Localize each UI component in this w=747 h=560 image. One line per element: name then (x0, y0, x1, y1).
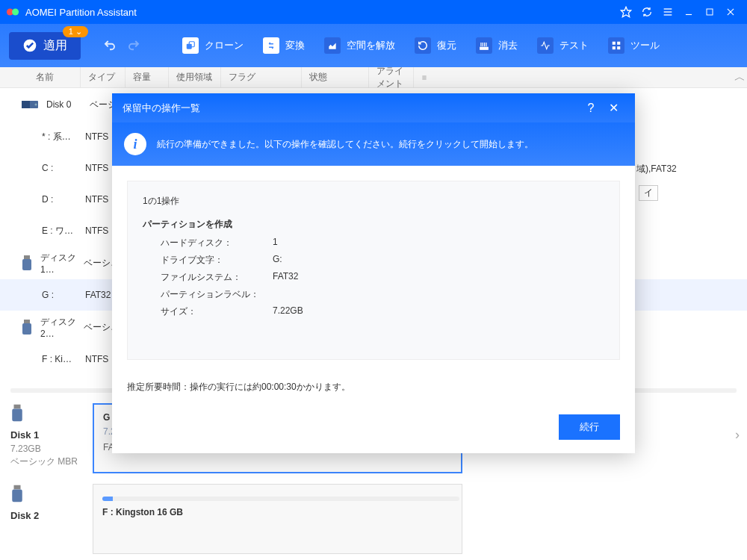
row-tail-badge: イ (639, 185, 658, 201)
op-drive-label: ドライブ文字： (161, 254, 273, 267)
wipe-label: 消去 (498, 39, 518, 52)
op-size-label: サイズ： (161, 305, 273, 318)
clone-label: クローン (205, 39, 244, 52)
svg-rect-34 (14, 485, 21, 490)
row-tail-text: 域),FAT32 (636, 163, 677, 175)
col-state[interactable]: 状態 (302, 67, 369, 87)
tools-button[interactable]: ツール (601, 33, 667, 58)
minimize-button[interactable] (678, 1, 699, 22)
partition-bar[interactable]: F : Kingston 16 GB (93, 484, 462, 554)
continue-button[interactable]: 続行 (559, 414, 620, 440)
dialog-header: 保留中の操作一覧 ? ✕ (112, 93, 635, 122)
svg-rect-7 (707, 9, 713, 15)
eta-text: 推定所要時間：操作の実行には約00:00:30かかります。 (112, 375, 635, 405)
test-icon (537, 37, 554, 54)
disk-name: ディスク2… (40, 316, 84, 339)
svg-rect-31 (22, 323, 31, 335)
pending-operations-dialog: 保留中の操作一覧 ? ✕ i 続行の準備ができました。以下の操作を確認してくださ… (112, 93, 635, 453)
op-fs-label: ファイルシステム： (161, 271, 273, 284)
view-toggle-icon[interactable] (414, 67, 435, 87)
main-toolbar: 適用 1 ⌄ クローン 変換 空間を解放 復元 消去 テスト ツール (0, 24, 747, 67)
disk-name: Disk 0 (46, 99, 90, 110)
disk-card-name: Disk 1 (10, 429, 85, 441)
app-title: AOMEI Partition Assistant (25, 7, 616, 18)
dialog-close-button[interactable]: ✕ (602, 101, 624, 115)
info-icon: i (124, 133, 146, 155)
freespace-button[interactable]: 空間を解放 (317, 33, 403, 58)
clone-icon (182, 37, 199, 54)
wipe-button[interactable]: 消去 (468, 33, 525, 58)
op-hdd-label: ハードディスク： (161, 237, 273, 249)
check-circle-icon (22, 38, 37, 53)
test-label: テスト (560, 39, 589, 52)
svg-rect-32 (14, 405, 21, 409)
svg-marker-2 (621, 7, 630, 16)
svg-rect-21 (617, 46, 620, 49)
op-fs-value: FAT32 (273, 271, 604, 284)
test-button[interactable]: テスト (530, 33, 596, 58)
clone-button[interactable]: クローン (175, 33, 251, 58)
op-drive-value: G: (273, 254, 604, 267)
usage-bar (102, 497, 459, 501)
undo-button[interactable] (100, 36, 120, 55)
restore-label: 復元 (437, 39, 456, 52)
tools-icon (608, 37, 624, 54)
usb-icon (21, 255, 33, 271)
titlebar: AOMEI Partition Assistant (0, 0, 747, 24)
app-logo-icon (6, 5, 19, 19)
svg-rect-35 (12, 489, 22, 502)
col-capacity[interactable]: 容量 (125, 67, 169, 87)
restore-icon (415, 37, 431, 54)
svg-rect-20 (613, 46, 616, 49)
close-button[interactable] (720, 1, 741, 22)
svg-rect-33 (12, 408, 22, 421)
op-size-value: 7.22GB (273, 305, 604, 318)
apply-button[interactable]: 適用 1 ⌄ (9, 32, 81, 60)
operation-heading: パーティションを作成 (143, 218, 604, 231)
convert-button[interactable]: 変換 (255, 33, 312, 58)
dialog-title: 保留中の操作一覧 (123, 102, 580, 115)
svg-rect-30 (24, 320, 30, 323)
op-plabel-value (273, 288, 604, 301)
help-button[interactable]: ? (580, 102, 602, 115)
disk-card[interactable]: Disk 2 (10, 484, 85, 554)
usb-icon (21, 319, 33, 335)
usb-icon (10, 403, 24, 423)
svg-rect-28 (24, 255, 30, 259)
col-flags[interactable]: フラグ (221, 67, 302, 87)
convert-icon (263, 37, 279, 54)
dialog-info-strip: i 続行の準備ができました。以下の操作を確認してください。続行をクリックして開始… (112, 122, 635, 166)
disk-card-size: 7.23GB (10, 444, 85, 454)
svg-point-27 (35, 104, 37, 106)
disk-name: ディスク1… (40, 252, 84, 275)
hdd-icon (21, 98, 39, 111)
redo-button (124, 36, 143, 55)
column-headers: 名前 タイプ 容量 使用領域 フラグ 状態 アライメント ︿ (0, 67, 747, 88)
col-used[interactable]: 使用領域 (169, 67, 221, 87)
svg-rect-26 (22, 101, 30, 108)
svg-rect-17 (480, 47, 489, 49)
col-alignment[interactable]: アライメント (369, 67, 414, 87)
apply-badge: 1 ⌄ (63, 26, 88, 37)
svg-rect-19 (617, 42, 620, 45)
scroll-up-icon[interactable]: ︿ (734, 70, 746, 84)
apply-label: 適用 (43, 38, 67, 54)
restore-button[interactable]: 復元 (407, 33, 464, 58)
refresh-icon[interactable] (636, 1, 657, 22)
operation-details: ハードディスク：1 ドライブ文字：G: ファイルシステム：FAT32 パーティシ… (161, 237, 604, 318)
tools-label: ツール (630, 39, 660, 52)
maximize-button[interactable] (699, 1, 720, 22)
favorite-icon[interactable] (616, 1, 636, 22)
svg-rect-29 (22, 259, 31, 270)
operations-count: 1の1操作 (143, 195, 604, 208)
op-plabel-label: パーティションラベル： (161, 288, 273, 301)
dialog-info-text: 続行の準備ができました。以下の操作を確認してください。続行をクリックして開始しま… (157, 138, 533, 151)
partition-bar-name: F : Kingston 16 GB (102, 507, 453, 517)
col-type[interactable]: タイプ (81, 67, 125, 87)
usb-icon (10, 484, 24, 503)
menu-icon[interactable] (657, 1, 678, 22)
col-name[interactable]: 名前 (0, 67, 81, 87)
scroll-right-icon[interactable]: › (735, 427, 740, 443)
disk-card[interactable]: Disk 1 7.23GB ベーシック MBR (10, 403, 85, 473)
freespace-label: 空間を解放 (347, 39, 395, 52)
